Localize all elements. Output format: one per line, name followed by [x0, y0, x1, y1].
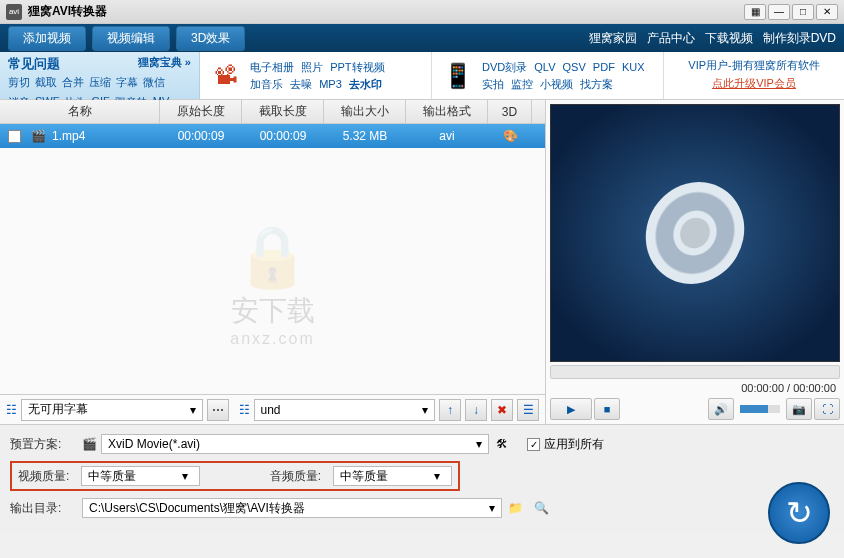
- preview-video: [550, 104, 840, 362]
- app-icon: avi: [6, 4, 22, 20]
- tip-link[interactable]: QLV: [534, 61, 555, 73]
- col-clip[interactable]: 截取长度: [242, 100, 324, 123]
- output-dir-label: 输出目录:: [10, 500, 82, 517]
- move-down-button[interactable]: ↓: [465, 399, 487, 421]
- tip-link[interactable]: QSV: [563, 61, 586, 73]
- watermark: 🔒 安下载 anxz.com: [230, 221, 314, 348]
- tips-section-2: 📱 DVD刻录 QLV QSV PDF KUX 实拍 监控 小视频 找方案: [432, 52, 664, 99]
- tip-link[interactable]: KUX: [622, 61, 645, 73]
- menu-button[interactable]: ▦: [744, 4, 766, 20]
- volume-button[interactable]: 🔊: [708, 398, 734, 420]
- snapshot-button[interactable]: 📷: [786, 398, 812, 420]
- titlebar: avi 狸窝AVI转换器 ▦ — □ ✕: [0, 0, 844, 24]
- tag[interactable]: 压缩: [89, 75, 111, 90]
- cell-3d-icon[interactable]: 🎨: [488, 129, 532, 143]
- convert-button[interactable]: ↻: [768, 482, 830, 544]
- audio-quality-select[interactable]: 中等质量▾: [333, 466, 452, 486]
- main-toolbar: 添加视频 视频编辑 3D效果 狸窝家园 产品中心 下载视频 制作刻录DVD: [0, 24, 844, 52]
- tag[interactable]: 截取: [35, 75, 57, 90]
- file-list: 名称 原始长度 截取长度 输出大小 输出格式 3D ✓ 🎬 1.mp4 00:0…: [0, 100, 546, 424]
- phone-icon: 📱: [440, 58, 476, 94]
- tip-link[interactable]: 去水印: [349, 78, 382, 90]
- baodian-link[interactable]: 狸窝宝典 »: [138, 55, 191, 73]
- stop-button[interactable]: ■: [594, 398, 620, 420]
- fullscreen-button[interactable]: ⛶: [814, 398, 840, 420]
- col-name[interactable]: 名称: [0, 100, 160, 123]
- tag[interactable]: 字幕: [116, 75, 138, 90]
- maximize-button[interactable]: □: [792, 4, 814, 20]
- apply-all-label: 应用到所有: [544, 436, 604, 453]
- tip-link[interactable]: DVD刻录: [482, 61, 527, 73]
- col-size[interactable]: 输出大小: [324, 100, 406, 123]
- cell-format: avi: [406, 129, 488, 143]
- tip-link[interactable]: MP3: [319, 78, 342, 90]
- vip-upgrade-link[interactable]: 点此升级VIP会员: [670, 76, 838, 91]
- tip-link[interactable]: 小视频: [540, 78, 573, 90]
- 3d-effect-button[interactable]: 3D效果: [176, 26, 245, 51]
- link-dvd[interactable]: 制作刻录DVD: [763, 30, 836, 47]
- subtitle-add-button[interactable]: ⋯: [207, 399, 229, 421]
- preset-icon: 🎬: [82, 437, 97, 451]
- tip-link[interactable]: 找方案: [580, 78, 613, 90]
- tip-link[interactable]: 加音乐: [250, 78, 283, 90]
- video-edit-button[interactable]: 视频编辑: [92, 26, 170, 51]
- tip-link[interactable]: 照片: [301, 61, 323, 73]
- settings-gear-icon[interactable]: 🛠: [493, 435, 511, 453]
- tip-link[interactable]: PDF: [593, 61, 615, 73]
- link-download[interactable]: 下载视频: [705, 30, 753, 47]
- toolbar-links: 狸窝家园 产品中心 下载视频 制作刻录DVD: [589, 30, 836, 47]
- close-button[interactable]: ✕: [816, 4, 838, 20]
- browse-folder-button[interactable]: 📁: [506, 499, 524, 517]
- preview-panel: 00:00:00 / 00:00:00 ▶ ■ 🔊 📷 ⛶: [546, 100, 844, 424]
- subtitle-icon: ☷: [6, 403, 17, 417]
- vip-text: VIP用户-拥有狸窝所有软件: [688, 59, 819, 71]
- tag[interactable]: 微信: [143, 75, 165, 90]
- tip-link[interactable]: 实拍: [482, 78, 504, 90]
- col-format[interactable]: 输出格式: [406, 100, 488, 123]
- subtitle-select[interactable]: 无可用字幕▾: [21, 399, 203, 421]
- window-controls: ▦ — □ ✕: [744, 4, 838, 20]
- tip-link[interactable]: 监控: [511, 78, 533, 90]
- file-thumb-icon: 🎬: [31, 129, 46, 143]
- cell-clip: 00:00:09: [242, 129, 324, 143]
- ppt-icon: 📽: [208, 58, 244, 94]
- settings-panel: 预置方案: 🎬 XviD Movie(*.avi)▾ 🛠 ✓ 应用到所有 视频质…: [0, 424, 844, 533]
- col-3d[interactable]: 3D: [488, 100, 532, 123]
- tip-link[interactable]: PPT转视频: [330, 61, 384, 73]
- clear-button[interactable]: ☰: [517, 399, 539, 421]
- move-up-button[interactable]: ↑: [439, 399, 461, 421]
- tag[interactable]: 剪切: [8, 75, 30, 90]
- file-checkbox[interactable]: ✓: [8, 130, 21, 143]
- col-original[interactable]: 原始长度: [160, 100, 242, 123]
- preset-select[interactable]: XviD Movie(*.avi)▾: [101, 434, 489, 454]
- file-row[interactable]: ✓ 🎬 1.mp4 00:00:09 00:00:09 5.32 MB avi …: [0, 124, 545, 148]
- volume-slider[interactable]: [740, 405, 780, 413]
- play-button[interactable]: ▶: [550, 398, 592, 420]
- preview-time: 00:00:00 / 00:00:00: [550, 382, 840, 394]
- tip-link[interactable]: 去噪: [290, 78, 312, 90]
- main-area: 名称 原始长度 截取长度 输出大小 输出格式 3D ✓ 🎬 1.mp4 00:0…: [0, 100, 844, 424]
- find-target-button[interactable]: 🔍: [532, 499, 550, 517]
- link-home[interactable]: 狸窝家园: [589, 30, 637, 47]
- audio-track-select[interactable]: und▾: [254, 399, 436, 421]
- link-products[interactable]: 产品中心: [647, 30, 695, 47]
- list-header: 名称 原始长度 截取长度 输出大小 输出格式 3D: [0, 100, 545, 124]
- minimize-button[interactable]: —: [768, 4, 790, 20]
- tag[interactable]: 合并: [62, 75, 84, 90]
- remove-button[interactable]: ✖: [491, 399, 513, 421]
- preview-progress[interactable]: [550, 365, 840, 379]
- faq-title: 常见问题: [8, 55, 60, 73]
- tips-section-1: 📽 电子相册 照片 PPT转视频 加音乐 去噪 MP3 去水印: [200, 52, 432, 99]
- video-quality-label: 视频质量:: [18, 468, 81, 485]
- audio-quality-label: 音频质量:: [270, 468, 333, 485]
- add-video-button[interactable]: 添加视频: [8, 26, 86, 51]
- video-quality-select[interactable]: 中等质量▾: [81, 466, 200, 486]
- preset-label: 预置方案:: [10, 436, 82, 453]
- faq-panel: 常见问题 狸窝宝典 » 剪切 截取 合并 压缩 字幕 微信 消音 SWF 片头 …: [0, 52, 200, 99]
- film-reel-icon: [638, 171, 752, 295]
- output-dir-field[interactable]: C:\Users\CS\Documents\狸窝\AVI转换器▾: [82, 498, 502, 518]
- apply-all-checkbox[interactable]: ✓: [527, 438, 540, 451]
- tip-link[interactable]: 电子相册: [250, 61, 294, 73]
- file-name: 1.mp4: [52, 129, 85, 143]
- cell-original: 00:00:09: [160, 129, 242, 143]
